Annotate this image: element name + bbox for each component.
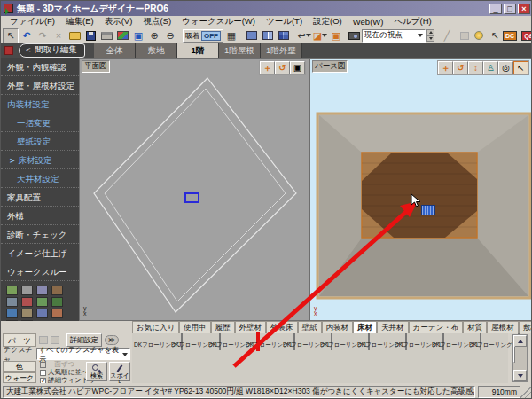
sidebar-item-diagnosis[interactable]: 診断・チェック: [1, 225, 79, 244]
tab-paving[interactable]: 敷材: [519, 321, 532, 333]
tab-history[interactable]: 履歴: [211, 321, 235, 333]
tab-roof[interactable]: 屋根材: [487, 321, 519, 333]
menu-help[interactable]: ヘルプ(H): [388, 16, 436, 27]
plant-icon[interactable]: [36, 297, 48, 307]
perspective-view[interactable]: パース図 ＋ ↺ ↕ ♙ ◎ ↖: [309, 58, 532, 321]
fit-view-button[interactable]: ▣: [130, 28, 146, 43]
texture-item[interactable]: DKフローリング'L: [432, 334, 468, 383]
tab-floor1-roof[interactable]: 1階屋根: [219, 43, 261, 58]
layout-quad-button[interactable]: [276, 28, 292, 43]
more-button[interactable]: ≫: [105, 335, 119, 345]
window-icon[interactable]: [36, 286, 48, 295]
tab-ext-wall[interactable]: 外壁材: [235, 321, 267, 333]
pipe-icon[interactable]: [51, 309, 63, 318]
sidebar-item-flooring[interactable]: ＞床材設定: [1, 151, 79, 169]
undo-button[interactable]: ↶: [19, 28, 35, 43]
menu-walkthrough[interactable]: ウォークスルー(W): [176, 16, 261, 27]
texture-item[interactable]: DKフローリング'L: [283, 334, 319, 383]
tab-flooring[interactable]: 床材: [353, 321, 377, 333]
tab-color[interactable]: 色: [3, 361, 36, 372]
select-tool-button[interactable]: ↖: [3, 28, 19, 43]
material-button[interactable]: ◪: [312, 28, 328, 43]
sidebar-item-bulk-change[interactable]: 一括変更: [1, 113, 79, 132]
sidebar-item-walkthrough[interactable]: ウォークスルー: [1, 262, 79, 281]
slab-icon[interactable]: [21, 286, 33, 295]
placeholder-button[interactable]: [455, 28, 471, 43]
scroll-down-icon[interactable]: [513, 370, 527, 381]
pointer-tool-button[interactable]: ↖: [513, 61, 528, 74]
sidebar-item-ceiling[interactable]: 天井材設定: [1, 169, 79, 188]
tab-floor1[interactable]: 1階: [177, 43, 219, 58]
tab-whole[interactable]: 全体: [94, 43, 136, 58]
grid-button[interactable]: ▦: [223, 28, 239, 43]
texture-item[interactable]: DKフローリング'L: [357, 334, 394, 383]
texture-item[interactable]: DKフローリング'L: [395, 334, 431, 383]
remote-button[interactable]: ↖: [487, 28, 503, 43]
menu-view[interactable]: 表示(V): [99, 16, 138, 27]
scrollbar-thumb[interactable]: [513, 346, 515, 363]
render-image-button[interactable]: [114, 28, 130, 43]
texture-item[interactable]: DKフローリング'L: [320, 334, 356, 383]
layout-split-button[interactable]: [260, 28, 276, 43]
tab-site[interactable]: 敷地: [136, 43, 177, 58]
delete-button[interactable]: ×: [51, 28, 66, 43]
zoom-in-button[interactable]: ⊕: [146, 28, 162, 43]
print-button[interactable]: [98, 28, 114, 43]
torus-icon[interactable]: [6, 309, 18, 318]
roof-icon[interactable]: [6, 286, 18, 295]
one-face-checkbox[interactable]: [40, 362, 46, 368]
search-button[interactable]: 検索: [86, 362, 107, 381]
menu-edit[interactable]: 編集(E): [60, 16, 99, 27]
sidebar-item-wallpaper[interactable]: 壁紙設定: [1, 132, 79, 151]
sidebar-item-image-finish[interactable]: イメージ仕上げ: [1, 244, 79, 262]
dc-button[interactable]: DC: [503, 31, 517, 41]
tab-floor1-wall[interactable]: 1階外壁: [261, 43, 302, 58]
texture-item[interactable]: DKフローリング'J: [134, 334, 170, 383]
tab-walk[interactable]: ウォーク: [3, 372, 36, 383]
plan-view[interactable]: 平面図 ＋ ↺ ▣ yx: [79, 58, 309, 321]
view-undo-button[interactable]: ↩: [296, 28, 312, 43]
texture-item[interactable]: DKフローリング'L: [171, 334, 207, 383]
tab-ceiling[interactable]: 天井材: [377, 321, 409, 333]
resize-grip[interactable]: [520, 386, 531, 398]
selected-room-rect[interactable]: [185, 193, 199, 202]
camera-view-button[interactable]: ▣: [290, 61, 305, 74]
room-render[interactable]: [310, 59, 532, 320]
parts-nav-icon[interactable]: [51, 336, 59, 344]
parts-nav-icon[interactable]: [39, 336, 48, 344]
pan-tool-button[interactable]: ＋: [438, 61, 453, 74]
eyedropper-button[interactable]: スポイト: [109, 362, 130, 381]
layout-single-button[interactable]: [244, 28, 260, 43]
tab-ext-floor[interactable]: 外装床: [266, 321, 298, 333]
texture-item[interactable]: DKフローリング'N: [469, 334, 505, 383]
tab-interior[interactable]: 内装材: [322, 321, 354, 333]
step-down-icon[interactable]: [426, 35, 434, 42]
pan-tool-button[interactable]: ＋: [260, 61, 275, 74]
sidebar-item-exterior[interactable]: 外構: [1, 207, 79, 225]
maximize-button[interactable]: □: [504, 4, 516, 14]
tab-favorites[interactable]: お気に入り: [132, 321, 179, 333]
step-up-icon[interactable]: [426, 29, 434, 35]
save-button[interactable]: [82, 28, 98, 43]
render3d-button[interactable]: ▣: [328, 28, 344, 43]
tab-wallpaper[interactable]: 壁紙: [298, 321, 322, 333]
menu-settings[interactable]: 設定(O): [308, 16, 348, 27]
target-tool-button[interactable]: ◎: [498, 61, 513, 74]
orbit-tool-button[interactable]: ↺: [453, 61, 468, 74]
close-button[interactable]: ×: [518, 4, 530, 14]
sidebar-item-wall-roof[interactable]: 外壁・屋根材設定: [1, 76, 79, 95]
texture-item[interactable]: DKフローリング'L: [246, 334, 282, 383]
walk-tool-button[interactable]: ♙: [483, 61, 498, 74]
minimize-button[interactable]: _: [489, 4, 502, 14]
back-to-floorplan-button[interactable]: ＜ 間取り編集: [19, 43, 85, 58]
menu-file[interactable]: ファイル(F): [4, 16, 60, 27]
orbit-camera-button[interactable]: ↺: [275, 61, 290, 74]
texture-filter-select[interactable]: すべてのテクスチャを表示: [36, 348, 130, 360]
open-button[interactable]: [66, 28, 82, 43]
menu-web[interactable]: Web(W): [348, 17, 389, 27]
texture-item-selected[interactable]: DKフローリング'L: [208, 334, 245, 383]
popular-sort-checkbox[interactable]: [40, 370, 46, 376]
light-button[interactable]: [471, 28, 487, 43]
qa-button[interactable]: Q&A: [521, 31, 532, 41]
tab-in-use[interactable]: 使用中: [179, 321, 211, 333]
